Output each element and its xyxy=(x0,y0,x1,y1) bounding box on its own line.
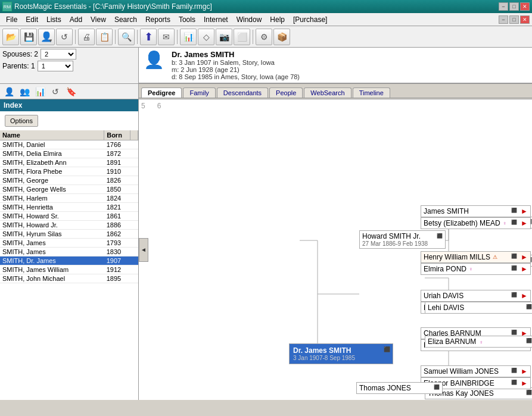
toolbar: 📂 💾 👤▼ ↺ 🖨 📋 🔍 ⬆ ✉ 📊 ◇ 📷 ⬜ ⚙ 📦 xyxy=(0,26,532,48)
index-row[interactable]: SMITH, Elizabeth Ann1891 xyxy=(0,158,138,167)
samuel-jones-box[interactable]: Samuel William JONES ⬛ ► xyxy=(421,365,531,377)
james-smith-g5-arrow[interactable]: ► xyxy=(521,207,528,215)
inner-restore-btn[interactable]: □ xyxy=(509,15,519,24)
index-row[interactable]: SMITH, Flora Phebe1910 xyxy=(0,167,138,176)
menu-reports[interactable]: Reports xyxy=(142,14,174,25)
henry-mills-box[interactable]: Henry William MILLS ⚠ ⬛ ► xyxy=(421,251,531,263)
marriage-info: m: 2 Jun 1928 (age 21) xyxy=(172,66,300,73)
tab-bar: Pedigree Family Descendants People WebSe… xyxy=(139,84,532,98)
menu-tools[interactable]: Tools xyxy=(175,14,199,25)
info-details: Dr. James SMITH b: 3 Jan 1907 in Salem, … xyxy=(172,50,300,80)
toolbar-save[interactable]: 💾 xyxy=(20,29,37,45)
james-smith-g5-box[interactable]: James SMITH ⬛ ► xyxy=(421,205,531,217)
sidebar-family-btn[interactable]: 👥 xyxy=(18,85,31,98)
minimize-button[interactable]: − xyxy=(499,2,508,11)
index-options-btn[interactable]: Options xyxy=(5,115,38,127)
thomas-jones-icon: ⬛ xyxy=(434,384,440,390)
index-row[interactable]: SMITH, Harlem1824 xyxy=(0,194,138,203)
toolbar-person[interactable]: 👤▼ xyxy=(38,29,55,45)
index-row[interactable]: SMITH, John Michael1895 xyxy=(0,274,138,283)
menu-purchase[interactable]: [Purchase] xyxy=(290,14,331,25)
eliza-barnum-box[interactable]: Eliza BARNUM ♀ ⬛ xyxy=(425,336,532,348)
eleanor-arrow[interactable]: ► xyxy=(521,379,528,387)
sidebar-chart-btn[interactable]: 📊 xyxy=(33,85,46,98)
nav-6[interactable]: 6 xyxy=(157,102,161,110)
toolbar-mail[interactable]: ✉ xyxy=(158,29,175,45)
henry-mills-add-icon: ⬛ xyxy=(511,254,517,259)
index-row[interactable]: SMITH, Dr. James1907 xyxy=(0,257,138,265)
menu-help[interactable]: Help xyxy=(266,14,288,25)
index-row[interactable]: SMITH, Delia Elmira1872 xyxy=(0,149,138,158)
nav-5[interactable]: 5 xyxy=(141,102,145,110)
index-row[interactable]: SMITH, Hyrum Silas1862 xyxy=(0,230,138,239)
howard-smith-jr-box[interactable]: Howard SMITH Jr. 27 Mar 1886-9 Feb 1938 … xyxy=(359,230,446,249)
menu-view[interactable]: View xyxy=(87,14,110,25)
toolbar-search[interactable]: 🔍 xyxy=(118,29,135,45)
tab-family[interactable]: Family xyxy=(183,87,215,98)
toolbar-new[interactable]: 📂 xyxy=(2,29,19,45)
toolbar-refresh[interactable]: ↺ xyxy=(56,29,73,45)
elmira-arrow[interactable]: ► xyxy=(521,265,528,273)
toolbar-package[interactable]: 📦 xyxy=(273,29,290,45)
spouses-label: Spouses: 2 xyxy=(2,50,38,58)
spouses-dropdown[interactable]: 2 xyxy=(41,49,76,60)
thomas-jones-box[interactable]: Thomas JONES ⬛ xyxy=(356,382,443,394)
parents-dropdown[interactable]: 1 xyxy=(38,61,73,71)
sidebar-bookmark-btn[interactable]: 🔖 xyxy=(64,85,77,98)
sidebar-refresh-btn[interactable]: ↺ xyxy=(49,85,62,98)
index-born: 1872 xyxy=(104,149,130,158)
samuel-jones-arrow[interactable]: ► xyxy=(521,367,528,376)
index-row[interactable]: SMITH, James William1912 xyxy=(0,265,138,274)
toolbar-settings[interactable]: ⚙ xyxy=(256,29,272,45)
index-row[interactable]: SMITH, Howard Sr.1861 xyxy=(0,212,138,221)
sidebar-person-view-btn[interactable]: 👤 xyxy=(2,85,15,98)
index-row[interactable]: SMITH, James1793 xyxy=(0,239,138,248)
index-name: SMITH, Flora Phebe xyxy=(0,167,104,176)
menu-add[interactable]: Add xyxy=(66,14,86,25)
tab-people[interactable]: People xyxy=(269,87,303,98)
index-row[interactable]: SMITH, Henrietta1821 xyxy=(0,203,138,212)
elmira-pond-box[interactable]: Elmira POND ♀ ⬛ ► xyxy=(421,263,531,275)
uriah-arrow[interactable]: ► xyxy=(521,292,528,300)
close-button[interactable]: ✕ xyxy=(520,2,530,11)
index-row[interactable]: SMITH, George1826 xyxy=(0,176,138,185)
person-name: Dr. James SMITH xyxy=(172,50,300,59)
index-row[interactable]: SMITH, James1830 xyxy=(0,248,138,257)
uriah-add-icon: ⬛ xyxy=(511,292,517,298)
center-person-box[interactable]: Dr. James SMITH 3 Jan 1907-8 Sep 1985 ⬛ xyxy=(289,343,393,364)
title-bar: RM RootsMagic Essentials - [C:\Family Hi… xyxy=(0,0,532,13)
henry-mills-arrow[interactable]: ► xyxy=(521,253,528,261)
uriah-davis-box[interactable]: Uriah DAVIS ⬛ ► xyxy=(421,290,531,302)
toolbar-up[interactable]: ⬆ xyxy=(140,29,157,45)
toolbar-print[interactable]: 🖨 xyxy=(78,29,95,45)
index-name: SMITH, Delia Elmira xyxy=(0,149,104,158)
toolbar-camera[interactable]: 📷 xyxy=(216,29,232,45)
maximize-button[interactable]: □ xyxy=(509,2,519,11)
toolbar-clipboard[interactable]: 📋 xyxy=(96,29,113,45)
toolbar-shape[interactable]: ◇ xyxy=(198,29,214,45)
inner-minimize-btn[interactable]: − xyxy=(499,15,508,24)
menu-window[interactable]: Window xyxy=(233,14,266,25)
inner-close-btn[interactable]: ✕ xyxy=(520,15,530,24)
tab-timeline[interactable]: Timeline xyxy=(353,87,390,98)
menu-search[interactable]: Search xyxy=(111,14,141,25)
lehi-icon: ⬛ xyxy=(526,304,532,309)
betsy-arrow[interactable]: ► xyxy=(521,219,528,227)
pedigree-left-arrow[interactable]: ◄ xyxy=(139,238,148,262)
index-row[interactable]: SMITH, Howard Jr.1886 xyxy=(0,221,138,230)
tab-descendants[interactable]: Descendants xyxy=(217,87,268,98)
tab-websearch[interactable]: WebSearch xyxy=(304,87,351,98)
index-row[interactable]: SMITH, Daniel1766 xyxy=(0,140,138,149)
betsy-mead-box[interactable]: Betsy (Elizabeth) MEAD ♀ ⬛ ► xyxy=(421,217,531,229)
index-born: 1793 xyxy=(104,239,130,248)
toolbar-box[interactable]: ⬜ xyxy=(234,29,250,45)
index-row[interactable]: SMITH, George Wells1850 xyxy=(0,185,138,194)
tab-pedigree[interactable]: Pedigree xyxy=(141,87,182,98)
lehi-davis-box[interactable]: Lehi DAVIS ⬛ xyxy=(425,302,532,314)
betsy-female-icon: ♀ xyxy=(503,220,507,226)
toolbar-chart[interactable]: 📊 xyxy=(180,29,197,45)
menu-lists[interactable]: Lists xyxy=(43,14,65,25)
menu-internet[interactable]: Internet xyxy=(200,14,232,25)
menu-edit[interactable]: Edit xyxy=(22,14,42,25)
menu-file[interactable]: File xyxy=(2,14,21,25)
